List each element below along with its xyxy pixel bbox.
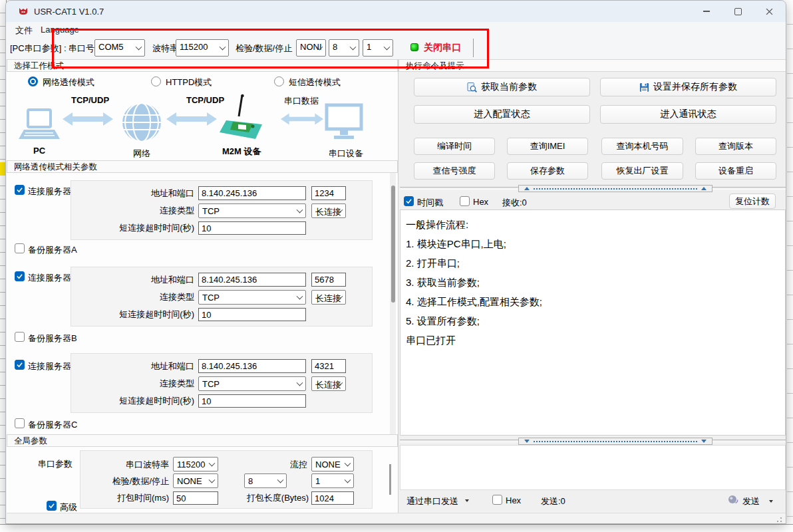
g-parity-select[interactable]: NONE [173,473,218,488]
global-scroll-indicator[interactable] [389,464,391,495]
send-button-label: 发送 [742,495,760,507]
splitter-handle-bottom[interactable] [518,438,713,445]
server-b-addr-input[interactable] [198,273,306,287]
com-port-select[interactable]: COM5 [94,39,145,57]
maximize-button[interactable] [722,1,753,22]
radio-sms[interactable] [274,76,284,86]
com-port-value: COM5 [98,42,124,52]
status-led-icon [410,43,418,51]
backup-c-checkbox[interactable] [15,418,25,428]
server-scrollbar[interactable] [390,173,396,434]
radio-httpd-label: HTTPD模式 [166,76,212,88]
get-params-button[interactable]: 获取当前参数 [414,78,590,96]
server-b-label: 连接服务器B [28,272,77,284]
server-a-port-input[interactable] [311,186,346,200]
enter-comm-button[interactable]: 进入通讯状态 [600,105,776,124]
menu-language[interactable]: Language [37,23,83,36]
backup-a-checkbox[interactable] [15,243,25,253]
backup-b-checkbox[interactable] [15,332,25,342]
databits-select[interactable]: 8 [329,39,359,57]
g-packlen-label: 打包长度(Bytes) [236,492,309,504]
server-c-type-select[interactable]: TCP [198,376,306,391]
server-a-keep-select[interactable]: 长连接 [311,203,346,218]
pc-label: PC [33,146,45,156]
log-area[interactable]: 一般操作流程: 1. 模块连PC串口,上电; 2. 打开串口; 3. 获取当前参… [400,209,786,436]
stopbits-value: 1 [367,42,371,52]
g-packlen-input[interactable] [311,491,354,505]
chevron-down-icon [345,477,351,483]
query-version-label: 查询版本 [718,140,753,152]
set-save-params-button[interactable]: 设置并保存所有参数 [600,78,776,96]
g-databits-select[interactable]: 8 [244,473,287,488]
scrollbar-thumb[interactable] [391,186,395,303]
server-a-addr-input[interactable] [198,186,306,200]
send-hex-checkbox[interactable] [492,495,502,505]
global-params-header: 全局参数 [7,434,398,447]
toolbar-separator [473,39,474,57]
stopbits-select[interactable]: 1 [363,39,393,57]
g-packtime-input[interactable] [173,491,218,505]
server-c-addr-input[interactable] [198,359,306,373]
server-a-type-select[interactable]: TCP [198,203,306,218]
server-b-port-input[interactable] [311,273,346,287]
server-b-keep-select[interactable]: 长连接 [311,290,346,305]
enter-config-label: 进入配置状态 [474,108,530,120]
app-window: USR-CAT1 V1.0.7 文件 Language [PC串口参数] : 串… [5,0,786,524]
chevron-down-icon [220,44,226,51]
baud-select[interactable]: 115200 [176,39,229,57]
server-c-timeout-input[interactable] [198,394,306,408]
server-b-timeout-input[interactable] [198,308,306,321]
server-b-checkbox[interactable] [15,271,25,281]
radio-httpd[interactable] [151,76,161,86]
send-via-dropdown[interactable]: 通过串口发送 [406,495,458,507]
send-button[interactable]: 发送 [728,493,781,509]
timestamp-checkbox[interactable] [404,196,414,206]
radio-net-transparent[interactable] [28,76,38,86]
query-version-button[interactable]: 查询版本 [695,138,776,155]
work-mode-header: 选择工作模式 [7,59,398,72]
recv-hex-checkbox[interactable] [460,196,470,206]
minimize-button[interactable] [691,1,722,22]
server-a-timeout-input[interactable] [198,221,306,235]
close-button[interactable] [754,1,784,22]
compile-time-button[interactable]: 编译时间 [414,138,495,155]
serial-group-label: 串口参数 [38,458,73,470]
menu-file[interactable]: 文件 [11,23,37,38]
parity-select[interactable]: NONI [296,39,326,57]
send-hex-label: Hex [506,495,521,505]
resize-grip[interactable] [776,516,782,523]
query-signal-button[interactable]: 查信号强度 [414,162,495,180]
server-a-checkbox[interactable] [15,185,25,195]
set-save-params-label: 设置并保存所有参数 [653,81,737,93]
chevron-down-icon [209,477,216,483]
query-imei-button[interactable]: 查询IMEI [507,138,588,155]
server-c-port-input[interactable] [311,359,346,373]
baud-label: 波特率 [152,43,178,55]
server-c-checkbox[interactable] [15,360,25,370]
factory-reset-label: 恢复出厂设置 [617,165,669,177]
chevron-down-icon [209,460,216,467]
splitter-handle-top[interactable] [518,185,713,192]
left-panel: 选择工作模式 网络透传模式 HTTPD模式 短信透传模式 TCP/UDP TCP… [7,59,398,513]
log-line: 5. 设置所有参数; [406,311,780,331]
reset-counter-button[interactable]: 复位计数 [729,194,776,209]
server-c-keep-select[interactable]: 长连接 [311,376,346,391]
factory-reset-button[interactable]: 恢复出厂设置 [601,162,683,180]
advanced-checkbox[interactable] [47,501,57,511]
title-bar[interactable]: USR-CAT1 V1.0.7 [6,1,786,22]
enter-config-button[interactable]: 进入配置状态 [414,105,590,124]
query-number-button[interactable]: 查询本机号码 [601,138,683,155]
baud-value: 115200 [180,42,208,52]
save-params-button[interactable]: 保存参数 [507,162,588,180]
send-textarea[interactable] [400,445,786,490]
g-baud-select[interactable]: 115200 [173,457,218,471]
server-b-type-select[interactable]: TCP [198,290,306,305]
get-params-label: 获取当前参数 [481,81,537,93]
addr-label: 地址和端口 [101,274,194,286]
device-restart-button[interactable]: 设备重启 [695,162,776,180]
log-line: 4. 选择工作模式,配置相关参数; [406,292,780,311]
g-stopbits-select[interactable]: 1 [311,473,354,488]
g-flow-select[interactable]: NONE [311,457,354,471]
chevron-down-icon [297,207,303,213]
toggle-port-button[interactable]: 关闭串口 [408,38,481,57]
